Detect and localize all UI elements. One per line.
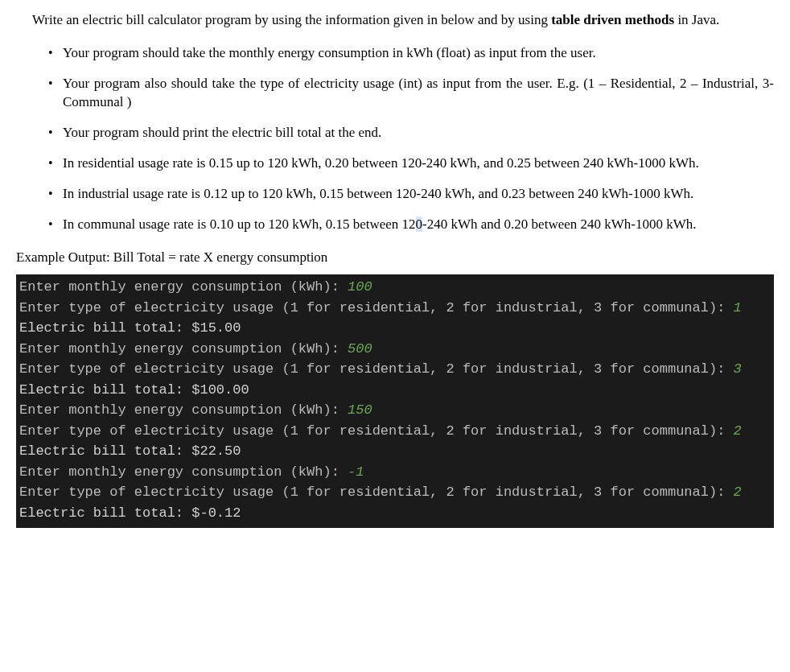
bullet-6-post: -240 kWh and 0.20 between 240 kWh-1000 k… (422, 216, 696, 232)
prompt-kwh-2: Enter monthly energy consumption (kWh): (19, 341, 348, 357)
intro-pre: Write an electric bill calculator progra… (32, 12, 551, 27)
terminal-output: Enter monthly energy consumption (kWh): … (16, 274, 774, 528)
output-total-3: $22.50 (191, 443, 241, 459)
output-total-2: $100.00 (191, 382, 249, 398)
output-total-label-4: Electric bill total: (19, 505, 191, 521)
input-kwh-3: 150 (348, 402, 372, 418)
output-total-1: $15.00 (191, 320, 241, 336)
prompt-type-1: Enter type of electricity usage (1 for r… (19, 300, 734, 315)
prompt-kwh-4: Enter monthly energy consumption (kWh): (19, 464, 348, 480)
input-kwh-1: 100 (348, 279, 372, 295)
bullet-5: In industrial usage rate is 0.12 up to 1… (16, 185, 774, 204)
bullet-6-highlight: 0 (416, 216, 423, 232)
bullet-2: Your program also should take the type o… (16, 75, 774, 112)
prompt-kwh-3: Enter monthly energy consumption (kWh): (19, 402, 348, 418)
prompt-type-4: Enter type of electricity usage (1 for r… (19, 484, 734, 500)
input-type-4: 2 (734, 484, 742, 500)
output-total-label-1: Electric bill total: (19, 320, 191, 336)
bullet-4: In residential usage rate is 0.15 up to … (16, 155, 774, 173)
input-kwh-2: 500 (348, 341, 372, 357)
intro-bold: table driven methods (551, 12, 674, 27)
input-type-3: 2 (734, 423, 742, 439)
bullet-3: Your program should print the electric b… (16, 124, 774, 142)
bullet-6: In communal usage rate is 0.10 up to 120… (16, 216, 774, 234)
prompt-type-2: Enter type of electricity usage (1 for r… (19, 361, 734, 377)
intro-paragraph: Write an electric bill calculator progra… (16, 11, 774, 30)
bullet-6-pre: In communal usage rate is 0.10 up to 120… (63, 216, 416, 232)
input-type-1: 1 (734, 300, 742, 315)
intro-post: in Java. (674, 12, 719, 27)
input-type-2: 3 (734, 361, 742, 377)
requirements-list: Your program should take the monthly ene… (16, 44, 774, 234)
example-output-label: Example Output: Bill Total = rate X ener… (16, 249, 774, 267)
input-kwh-4: -1 (348, 464, 364, 480)
output-total-label-3: Electric bill total: (19, 443, 191, 459)
output-total-4: $-0.12 (191, 505, 241, 521)
prompt-type-3: Enter type of electricity usage (1 for r… (19, 423, 734, 439)
prompt-kwh-1: Enter monthly energy consumption (kWh): (19, 279, 348, 295)
output-total-label-2: Electric bill total: (19, 382, 191, 398)
bullet-1: Your program should take the monthly ene… (16, 44, 774, 63)
